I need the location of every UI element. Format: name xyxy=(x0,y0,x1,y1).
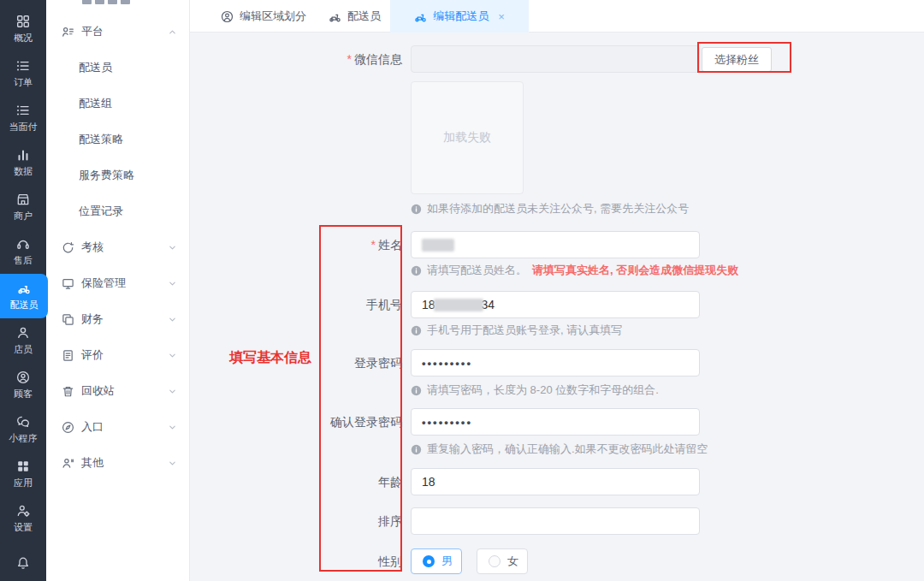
sidebar-item-face-pay[interactable]: 当面付 xyxy=(0,96,46,140)
redacted-name-value xyxy=(422,239,454,252)
customer-icon xyxy=(16,371,30,384)
menu-group-label: 评价 xyxy=(81,347,104,363)
confirm-password-input[interactable]: ••••••••• xyxy=(411,408,700,436)
primary-sidebar: 概况 订单 当面付 数据 商户 售后 配送员 店员 顾客 小程序 应用 设置 xyxy=(0,0,46,581)
wechat-note: 如果待添加的配送员未关注公众号, 需要先关注公众号 xyxy=(411,201,689,216)
chevron-down-icon[interactable] xyxy=(168,423,177,432)
menu-group-label: 其他 xyxy=(81,455,104,471)
tab-edit-courier[interactable]: 编辑配送员 × xyxy=(390,0,529,33)
info-icon xyxy=(411,325,422,336)
menu-item-label: 服务费策略 xyxy=(79,168,134,183)
store-icon xyxy=(16,193,30,206)
sidebar-item-label: 小程序 xyxy=(9,432,38,445)
sidebar-item-couriers[interactable]: 配送员 xyxy=(0,274,48,318)
chevron-down-icon[interactable] xyxy=(168,351,177,360)
sidebar-item-label: 应用 xyxy=(14,477,33,489)
app-root: 概况 订单 当面付 数据 商户 售后 配送员 店员 顾客 小程序 应用 设置 平… xyxy=(0,0,924,581)
chevron-down-icon[interactable] xyxy=(168,459,177,468)
chevron-up-icon[interactable] xyxy=(168,27,177,37)
menu-item-couriers[interactable]: 配送员 xyxy=(46,50,189,86)
info-icon xyxy=(411,204,422,215)
clipped-menu-item xyxy=(82,0,130,5)
menu-item-label: 配送员 xyxy=(79,60,112,75)
menu-group-reviews[interactable]: 评价 xyxy=(46,337,189,373)
sidebar-item-label: 顾客 xyxy=(14,388,33,400)
menu-item-label: 配送组 xyxy=(79,96,112,111)
scooter-icon xyxy=(17,282,31,295)
sidebar-item-miniprogram[interactable]: 小程序 xyxy=(0,407,46,452)
recycle-icon xyxy=(62,385,74,398)
finance-icon xyxy=(62,313,74,326)
menu-group-other[interactable]: 其他 xyxy=(46,445,189,481)
sidebar-item-label: 设置 xyxy=(14,521,33,534)
menu-group-label: 考核 xyxy=(81,240,104,255)
password-input[interactable]: ••••••••• xyxy=(411,349,700,376)
menu-item-location-records[interactable]: 位置记录 xyxy=(46,193,189,229)
sidebar-item-label: 配送员 xyxy=(10,299,38,311)
menu-group-label: 入口 xyxy=(81,419,104,435)
tab-edit-region[interactable]: 编辑区域划分 xyxy=(221,0,306,33)
dashboard-icon xyxy=(16,15,30,28)
chevron-down-icon[interactable] xyxy=(168,243,177,252)
wechat-info-label: *微信信息 xyxy=(190,45,402,73)
sidebar-item-label: 数据 xyxy=(14,165,33,178)
menu-item-courier-groups[interactable]: 配送组 xyxy=(46,86,189,122)
age-label: 年龄 xyxy=(190,468,402,495)
bell-icon xyxy=(16,556,30,570)
required-mark: * xyxy=(347,52,352,66)
radio-unselected-icon xyxy=(489,555,500,567)
sidebar-item-staff[interactable]: 店员 xyxy=(0,318,46,363)
wechat-info-input xyxy=(411,45,700,73)
apps-icon xyxy=(16,459,30,473)
name-note: 请填写配送员姓名。 请填写真实姓名, 否则会造成微信提现失败 xyxy=(411,263,738,278)
assessment-icon xyxy=(62,241,74,254)
menu-item-delivery-strategy[interactable]: 配送策略 xyxy=(46,122,189,157)
sort-label: 排序 xyxy=(190,507,402,535)
sidebar-item-customers[interactable]: 顾客 xyxy=(0,363,46,407)
menu-group-platform[interactable]: 平台 xyxy=(46,14,189,50)
chevron-down-icon[interactable] xyxy=(168,279,177,288)
name-warning-text: 请填写真实姓名, 否则会造成微信提现失败 xyxy=(532,263,738,278)
menu-item-label: 配送策略 xyxy=(79,132,123,147)
sidebar-item-label: 订单 xyxy=(14,76,33,89)
close-icon[interactable]: × xyxy=(498,10,505,23)
sidebar-item-apps[interactable]: 应用 xyxy=(0,452,46,496)
name-input[interactable] xyxy=(411,231,700,258)
menu-item-service-fee-strategy[interactable]: 服务费策略 xyxy=(46,157,189,193)
tab-label: 编辑区域划分 xyxy=(240,9,306,24)
menu-group-entrance[interactable]: 入口 xyxy=(46,409,189,445)
tab-label: 编辑配送员 xyxy=(433,9,489,24)
sidebar-item-data[interactable]: 数据 xyxy=(0,140,46,185)
sidebar-item-overview[interactable]: 概况 xyxy=(0,7,46,51)
menu-group-finance[interactable]: 财务 xyxy=(46,301,189,337)
sidebar-item-orders[interactable]: 订单 xyxy=(0,51,46,96)
select-fan-button[interactable]: 选择粉丝 xyxy=(702,47,772,72)
sidebar-item-settings[interactable]: 设置 xyxy=(0,496,46,541)
menu-group-insurance[interactable]: 保险管理 xyxy=(46,265,189,301)
miniprogram-icon xyxy=(16,415,30,429)
age-input[interactable]: 18 xyxy=(411,468,700,495)
gender-option-male[interactable]: 男 xyxy=(411,548,462,574)
sidebar-item-clipped[interactable] xyxy=(0,541,46,581)
face-pay-icon xyxy=(16,104,30,117)
sidebar-item-label: 商户 xyxy=(14,210,33,222)
sort-input[interactable] xyxy=(411,507,700,535)
menu-group-recycle-bin[interactable]: 回收站 xyxy=(46,373,189,409)
name-label: *姓名 xyxy=(190,231,402,258)
sidebar-item-after-sales[interactable]: 售后 xyxy=(0,229,46,274)
user-icon xyxy=(16,326,30,340)
redacted-phone-digits xyxy=(434,299,483,311)
phone-label: 手机号 xyxy=(190,291,402,318)
tab-couriers[interactable]: 配送员 xyxy=(329,0,381,33)
chevron-down-icon[interactable] xyxy=(168,315,177,324)
chart-icon xyxy=(16,148,30,162)
gender-option-female[interactable]: 女 xyxy=(477,548,528,574)
chevron-down-icon[interactable] xyxy=(168,387,177,396)
sidebar-item-label: 当面付 xyxy=(9,121,38,133)
edit-courier-form: *微信信息 选择粉丝 加载失败 如果待添加的配送员未关注公众号, 需要先关注公众… xyxy=(190,33,924,581)
menu-group-assessment[interactable]: 考核 xyxy=(46,229,189,265)
phone-note: 手机号用于配送员账号登录, 请认真填写 xyxy=(411,323,622,338)
menu-group-label: 平台 xyxy=(81,24,104,39)
sidebar-item-merchants[interactable]: 商户 xyxy=(0,185,46,229)
phone-input[interactable]: 1834 xyxy=(411,291,700,318)
